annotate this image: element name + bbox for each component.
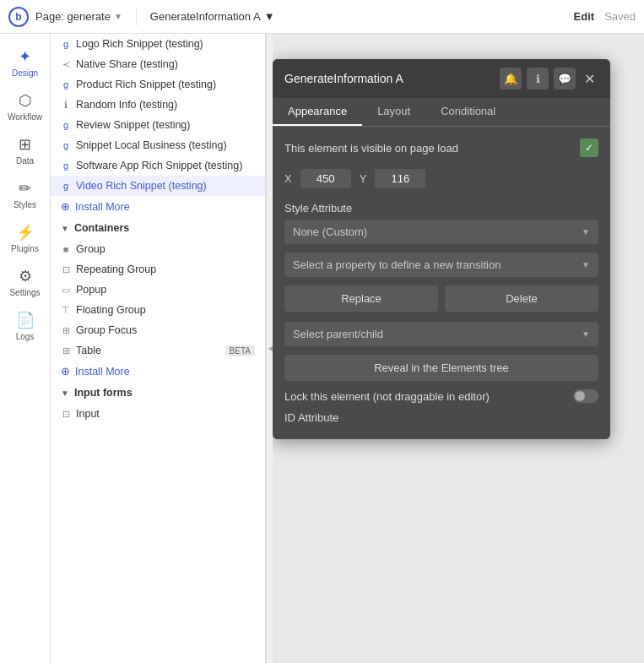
install-more-button[interactable]: ⊕ Install More xyxy=(51,196,265,217)
element-icon: g xyxy=(61,160,71,171)
dialog-close-button[interactable]: ✕ xyxy=(581,69,598,89)
tab-conditional[interactable]: Conditional xyxy=(425,98,511,126)
element-icon: ⊞ xyxy=(61,325,71,336)
visibility-text: This element is visible on page load xyxy=(284,142,458,155)
element-icon: g xyxy=(61,39,71,49)
workflow-selector[interactable]: GenerateInformation A ▼ xyxy=(150,10,275,23)
list-item[interactable]: g Logo Rich Snippet (testing) xyxy=(51,34,265,54)
sidebar-item-styles[interactable]: ✏ Styles xyxy=(0,172,50,216)
sidebar-item-plugins[interactable]: ⚡ Plugins xyxy=(0,216,50,260)
containers-arrow: ▼ xyxy=(61,224,69,233)
workflow-icon: ⬡ xyxy=(19,91,32,110)
comment-icon-button[interactable]: 💬 xyxy=(554,68,576,90)
element-icon: ⊡ xyxy=(61,264,71,275)
info-icon-button[interactable]: ℹ xyxy=(527,68,549,90)
element-label: Group Focus xyxy=(76,324,255,336)
plugins-label: Plugins xyxy=(11,244,39,253)
list-item[interactable]: ⊤ Floating Group xyxy=(51,300,265,320)
list-item[interactable]: ℹ Random Info (testing) xyxy=(51,95,265,115)
visibility-row: This element is visible on page load ✓ xyxy=(284,139,598,157)
element-label: Software App Rich Snippet (testing) xyxy=(76,160,255,171)
list-item[interactable]: g Review Snippet (testing) xyxy=(51,115,265,135)
tab-appearance[interactable]: Appearance xyxy=(273,98,362,126)
saved-label: Saved xyxy=(604,10,636,23)
panel-resize-handle[interactable] xyxy=(266,34,273,663)
element-icon: g xyxy=(61,79,71,90)
style-attr-dropdown[interactable]: None (Custom) ▼ xyxy=(284,220,598,244)
tab-layout[interactable]: Layout xyxy=(362,98,425,126)
element-label: Video Rich Snippet (testing) xyxy=(76,180,255,192)
style-attr-chevron: ▼ xyxy=(582,227,590,236)
x-label: X xyxy=(284,172,292,185)
sidebar-item-settings[interactable]: ⚙ Settings xyxy=(0,260,50,304)
list-item[interactable]: ≺ Native Share (testing) xyxy=(51,54,265,74)
logs-label: Logs xyxy=(16,332,35,341)
logs-icon: 📄 xyxy=(16,311,35,329)
y-label: Y xyxy=(360,172,367,185)
y-input[interactable] xyxy=(375,169,425,188)
lock-toggle[interactable] xyxy=(573,389,598,403)
dialog-body: This element is visible on page load ✓ X… xyxy=(273,127,610,439)
element-icon: g xyxy=(61,140,71,150)
separator xyxy=(136,8,137,25)
x-input[interactable] xyxy=(300,169,351,188)
list-item[interactable]: g Video Rich Snippet (testing) xyxy=(51,176,265,196)
list-item[interactable]: ⊡ Repeating Group xyxy=(51,259,265,280)
top-bar: b Page: generate ▼ GenerateInformation A… xyxy=(0,0,644,34)
list-item[interactable]: g Product Rich Snippet (testing) xyxy=(51,74,265,95)
sidebar-item-logs[interactable]: 📄 Logs xyxy=(0,304,50,348)
input-forms-section-header[interactable]: ▼ Input forms xyxy=(51,382,265,404)
parent-child-dropdown[interactable]: Select parent/child ▼ xyxy=(284,322,598,346)
replace-button[interactable]: Replace xyxy=(284,285,438,312)
element-label: Native Share (testing) xyxy=(76,58,255,70)
element-icon: ℹ xyxy=(61,100,71,111)
containers-section-header[interactable]: ▼ Containers xyxy=(51,217,265,239)
sidebar-item-design[interactable]: ✦ Design xyxy=(0,41,50,84)
element-label: Input xyxy=(76,408,255,420)
element-label: Floating Group xyxy=(76,304,255,316)
canvas-area: GenerateInformation A 🔔 ℹ 💬 ✕ Appearance… xyxy=(273,34,644,663)
style-attr-label: Style Attribute xyxy=(284,202,598,215)
install-more-containers-button[interactable]: ⊕ Install More xyxy=(51,361,265,382)
bell-icon-button[interactable]: 🔔 xyxy=(500,68,522,90)
action-buttons: Replace Delete xyxy=(284,285,598,312)
list-item[interactable]: g Snippet Local Business (testing) xyxy=(51,135,265,155)
list-item[interactable]: ▭ Popup xyxy=(51,280,265,300)
parent-child-chevron: ▼ xyxy=(582,329,590,339)
element-label: Logo Rich Snippet (testing) xyxy=(76,38,255,50)
edit-label[interactable]: Edit xyxy=(574,10,595,23)
transition-dropdown[interactable]: Select a property to define a new transi… xyxy=(284,253,598,277)
element-label: Product Rich Snippet (testing) xyxy=(76,79,255,90)
page-label: Page: generate xyxy=(35,10,111,23)
element-label: Snippet Local Business (testing) xyxy=(76,139,255,151)
delete-button[interactable]: Delete xyxy=(445,285,598,312)
element-icon: ▭ xyxy=(61,285,71,296)
sidebar-item-workflow[interactable]: ⬡ Workflow xyxy=(0,84,50,128)
workflow-label: GenerateInformation A xyxy=(150,10,261,23)
dialog-tabs: Appearance Layout Conditional xyxy=(273,98,610,127)
settings-label: Settings xyxy=(9,288,40,297)
list-item[interactable]: ■ Group xyxy=(51,239,265,259)
page-selector[interactable]: Page: generate ▼ xyxy=(35,10,122,23)
list-item[interactable]: ⊞ Group Focus xyxy=(51,320,265,340)
list-item[interactable]: g Software App Rich Snippet (testing) xyxy=(51,155,265,176)
element-icon: ≺ xyxy=(61,59,71,70)
top-bar-actions: Edit Saved xyxy=(574,10,636,23)
install-more-containers-label: Install More xyxy=(75,366,130,378)
element-icon: ⊡ xyxy=(61,409,71,420)
style-attr-value: None (Custom) xyxy=(293,226,367,238)
list-item[interactable]: ⊡ Input xyxy=(51,404,265,424)
elements-panel: g Logo Rich Snippet (testing) ≺ Native S… xyxy=(51,34,266,663)
sidebar-item-data[interactable]: ⊞ Data xyxy=(0,128,50,172)
position-row: X Y xyxy=(284,169,598,188)
plugins-icon: ⚡ xyxy=(16,223,35,242)
page-chevron: ▼ xyxy=(114,12,122,21)
main-layout: ✦ Design ⬡ Workflow ⊞ Data ✏ Styles ⚡ Pl… xyxy=(0,34,644,663)
list-item[interactable]: ⊞ Table BETA xyxy=(51,340,265,361)
data-label: Data xyxy=(16,156,34,166)
visibility-checkbox[interactable]: ✓ xyxy=(580,139,598,157)
install-more-label: Install More xyxy=(75,201,130,213)
element-icon: g xyxy=(61,181,71,191)
logo: b xyxy=(8,7,29,27)
reveal-elements-tree-button[interactable]: Reveal in the Elements tree xyxy=(284,355,598,381)
